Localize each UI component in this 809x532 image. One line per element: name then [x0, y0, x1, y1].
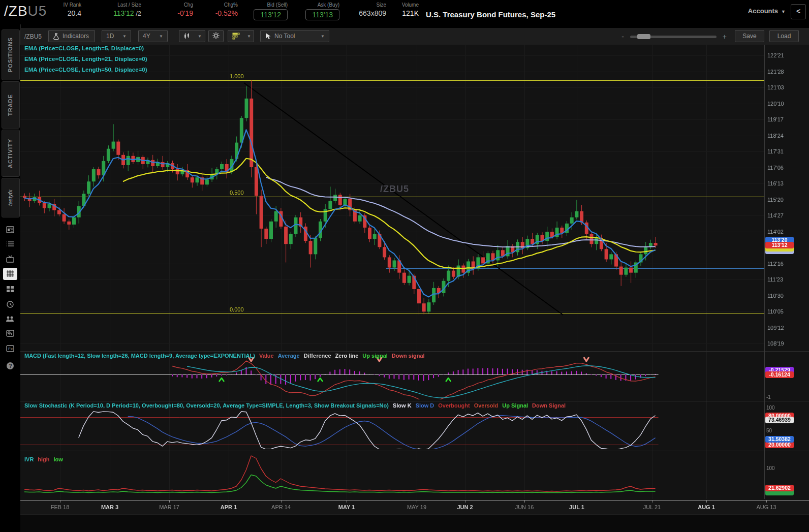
ivr-study-label: IVR [24, 456, 34, 462]
time-axis-label: JUL 1 [569, 504, 584, 510]
stoch-legend-item: Overbought [438, 402, 470, 409]
macd-legend-item: Down signal [392, 353, 425, 359]
ivr-legend-item: high [38, 456, 49, 462]
chart-surface[interactable] [20, 45, 764, 500]
chart-watermark: /ZBU5 [380, 184, 409, 195]
fib-level-label: 0.000 [230, 306, 244, 312]
time-axis-label: MAY 1 [338, 504, 355, 510]
price-axis-label: 110'30 [767, 293, 784, 299]
trading-platform-window: /ZBU5 IV Rank20.4Last / Size113'12 /2Chg… [0, 0, 809, 532]
price-axis-label: 118'24 [767, 133, 784, 139]
price-axis-label: 120'10 [767, 101, 784, 107]
price-axis-label: 121'03 [767, 84, 784, 90]
price-axis-label: 115'20 [767, 197, 784, 203]
macd-legend: MACD (Fast length=12, Slow length=26, MA… [24, 353, 429, 359]
price-axis-label: 117'31 [767, 148, 784, 154]
fib-level-label: 0.500 [230, 190, 244, 196]
price-axis-label: 110'05 [767, 308, 784, 315]
ema-study-label[interactable]: EMA (Price=CLOSE, Length=50, Displace=0) [24, 67, 147, 73]
axis-value-badge: -0.16124 [765, 371, 794, 378]
price-axis-label: 121'28 [767, 69, 784, 75]
time-axis-label: JUN 2 [457, 504, 473, 510]
ivr-legend: IVRhighlow [24, 456, 67, 462]
macd-study-label: MACD (Fast length=12, Slow length=26, MA… [24, 353, 255, 359]
stoch-legend: Slow Stochastic (K Period=10, D Period=1… [24, 402, 570, 409]
price-axis-label: 122'21 [767, 52, 784, 58]
ivr-legend-item: low [54, 456, 63, 462]
price-axis-label: 108'19 [767, 340, 784, 347]
macd-legend-item: Zero line [335, 353, 359, 359]
time-axis-label: APR 1 [221, 504, 237, 510]
macd-legend-item: Average [278, 353, 300, 359]
time-axis-label: AUG 13 [756, 504, 776, 510]
stoch-legend-item: Oversold [474, 402, 499, 409]
axis-value-badge: 31.50382 [765, 436, 794, 443]
price-axis-label: 111'23 [767, 276, 783, 283]
time-axis-label: FEB 18 [51, 504, 70, 510]
panel-axis-tick: -1 [766, 394, 771, 400]
time-axis-label: AUG 1 [698, 504, 715, 510]
axis-value-badge: 21.62902 [765, 485, 794, 491]
price-axis-label: 114'27 [767, 212, 784, 218]
price-axis-label: 119'17 [767, 116, 784, 122]
macd-legend-item: Up signal [362, 353, 388, 359]
price-axis-label: 117'06 [767, 165, 784, 171]
price-axis-label: 112'16 [767, 261, 784, 267]
time-axis-label: MAR 3 [101, 504, 118, 510]
macd-legend-item: Value [259, 353, 274, 359]
panel-axis-tick: 50 [766, 428, 772, 433]
panel-axis-tick: 100 [766, 465, 775, 471]
axis-value-badge: 113'12 [765, 242, 794, 248]
price-axis-label: 116'13 [767, 180, 784, 186]
price-axis-label: 109'12 [767, 325, 784, 331]
stoch-study-label: Slow Stochastic (K Period=10, D Period=1… [24, 402, 389, 409]
stoch-legend-item: Slow K [393, 402, 412, 409]
ema-study-label[interactable]: EMA (Price=CLOSE, Length=21, Displace=0) [24, 56, 147, 62]
fib-level-label: 1.000 [230, 73, 244, 79]
axis-value-badge: 73.46939 [765, 417, 794, 423]
price-axis-label: 114'02 [767, 229, 784, 235]
panel-axis-tick: 100 [766, 405, 775, 411]
time-axis-label: MAR 17 [159, 504, 179, 510]
time-axis-label: APR 14 [271, 504, 291, 510]
time-axis-label: MAY 19 [407, 504, 426, 510]
stoch-legend-item: Down Signal [532, 402, 566, 409]
ema-study-label[interactable]: EMA (Price=CLOSE, Length=5, Displace=0) [24, 45, 144, 51]
macd-legend-item: Difference [304, 353, 331, 359]
stoch-legend-item: Slow D [416, 402, 434, 409]
time-axis-label: JUL 21 [643, 504, 661, 510]
stoch-legend-item: Up Signal [502, 402, 528, 409]
time-axis-label: JUN 16 [515, 504, 534, 510]
